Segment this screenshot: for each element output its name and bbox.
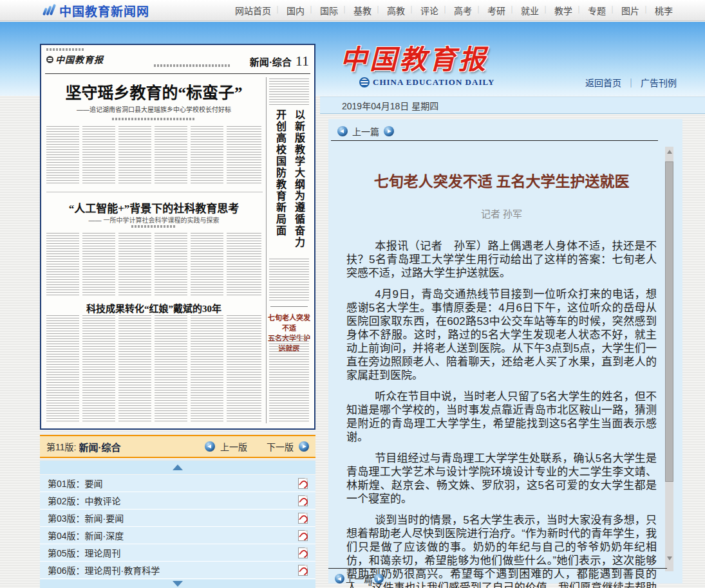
- prev-edition-icon[interactable]: [205, 441, 215, 452]
- paper-logo-globe-icon: [359, 77, 370, 87]
- paper-text-column: [155, 233, 187, 297]
- paper-text-column: [118, 233, 151, 297]
- article-paragraph: 谈到当时的情景，5名大学生表示，当时大家没有多想，只想着帮助老人尽快到医院进行治…: [346, 513, 657, 588]
- paper-page-number: 11: [296, 53, 309, 69]
- article-bottom-rule: [328, 568, 667, 569]
- article-prev-nav-top[interactable]: 上一篇: [337, 125, 394, 138]
- page-list-scroll-down[interactable]: [40, 580, 315, 588]
- page-list-item-06[interactable]: 第06版：理论周刊·教育科学: [40, 562, 315, 579]
- article-top-rule: [331, 140, 658, 141]
- paper-section-label: 新闻·综合 11: [250, 53, 309, 69]
- paper-headline-1: 坚守瑶乡教育的“标蛮子”: [45, 80, 263, 103]
- paper-text-column: [191, 233, 223, 297]
- prev-article-icon[interactable]: [335, 574, 344, 583]
- paper-text-column: [118, 315, 151, 423]
- paper-text-column: [118, 126, 151, 185]
- prev-edition-link[interactable]: 上一版: [220, 440, 247, 453]
- paper-byline-1: [112, 118, 196, 120]
- next-edition-icon[interactable]: [299, 441, 309, 452]
- top-nav-bar: 中国教育新闻网 网站首页 国内 国际 基教 高教 评论 高考 考研 就业 教学 …: [0, 0, 705, 21]
- paper-text-column: [191, 126, 223, 185]
- date-bar: 2019年04月18日 星期四: [320, 96, 705, 114]
- paper-text-column: [191, 315, 223, 423]
- paper-logo-english: CHINA EDUCATION DAILY: [359, 77, 494, 87]
- paper-headline-3: 科技成果转化“红娘”戴斌的30年: [45, 301, 263, 315]
- article-paragraph: 4月9日，青岛交通热线节目接到一位听众打来的电话，想感谢5名大学生。事情原委是：…: [346, 288, 657, 382]
- paper-text-column: [227, 233, 261, 297]
- page-list: 第01版：要闻 第02版：中教评论 第03版：新闻·要闻 第04版：新闻·深度 …: [40, 475, 315, 580]
- article-paragraph: 节目组经过与青岛理工大学学生处联系，确认5名大学生是青岛理工大学艺术与设计学院环…: [346, 452, 657, 506]
- next-edition-link[interactable]: 下一版: [267, 440, 294, 453]
- page-list-item-05[interactable]: 第05版：理论周刊: [40, 544, 315, 562]
- paper-column-divider: [266, 77, 267, 423]
- paper-text-column: [82, 233, 115, 297]
- site-logo-icon: [42, 4, 55, 17]
- article-paragraph: 听众在节目中说，当时老人只留了5名大学生的姓名，但不知道是哪个学校的，当时事发点…: [346, 390, 657, 444]
- next-article-icon[interactable]: [384, 126, 394, 136]
- paper-mini-logo-icon: [46, 56, 53, 63]
- pdf-icon[interactable]: [298, 478, 308, 489]
- article-paragraph: 本报讯（记者 孙军）路上偶遇老人身体不适，扶还是不扶？5名青岛理工大学学生用行动…: [346, 239, 657, 280]
- site-logo-text: 中国教育新闻网: [59, 2, 149, 19]
- paper-editor-line: [154, 64, 230, 67]
- paper-text-column: [269, 336, 309, 423]
- masthead-links: 返回首页 ｜ 广告刊例: [585, 76, 677, 89]
- page-list-item-04[interactable]: 第04版：新闻·深度: [40, 527, 315, 544]
- pdf-icon[interactable]: [298, 547, 308, 558]
- scrollbar-down-arrow-icon[interactable]: [667, 556, 672, 560]
- pdf-icon[interactable]: [298, 495, 308, 506]
- paper-byline-2: [131, 225, 176, 228]
- nav-link-taoli[interactable]: 桃李: [647, 4, 681, 17]
- paper-headline-2-sub: —— 一所中学计算社会科学课程的实践与探索: [45, 215, 263, 225]
- prev-article-icon[interactable]: [337, 126, 348, 136]
- newspaper-thumbnail[interactable]: 中国教育报 新闻·综合 11 坚守瑶乡教育的“标蛮子” ——追记湖南省洞口县大屋…: [40, 44, 315, 430]
- page-list-item-02[interactable]: 第02版：中教评论: [40, 492, 315, 510]
- paper-text-column: [227, 126, 261, 185]
- link-separator: ｜: [626, 76, 635, 89]
- ad-rates-link[interactable]: 广告刊例: [641, 76, 677, 89]
- next-article-icon[interactable]: [374, 574, 384, 583]
- paper-text-column: [155, 126, 187, 185]
- paper-mini-logo: 中国教育报: [46, 53, 104, 66]
- paper-text-column: [269, 259, 309, 301]
- paper-logo: 中国教育报: [340, 37, 488, 77]
- page-list-item-03[interactable]: 第03版：新闻·要闻: [40, 510, 315, 527]
- paper-section-rule: [46, 192, 263, 192]
- article-prev-nav-bottom[interactable]: 上一篇: [335, 572, 384, 585]
- paper-text-column: [269, 78, 309, 107]
- page-list-scroll-up[interactable]: [40, 461, 315, 474]
- scrollbar-up-arrow-icon[interactable]: [667, 150, 672, 154]
- date-text: 2019年04月18日 星期四: [342, 99, 438, 112]
- edition-bar: 第11版: 新闻·综合 上一版 下一版: [40, 435, 315, 458]
- paper-text-column: [46, 126, 79, 185]
- pdf-icon[interactable]: [298, 513, 308, 524]
- paper-text-column: [155, 315, 187, 423]
- up-triangle-icon: [173, 464, 183, 470]
- paper-headline-1-sub: ——追记湖南省洞口县大屋瑶族乡中心学校校长付好标: [45, 104, 263, 114]
- page-list-item-01[interactable]: 第01版：要闻: [40, 475, 315, 492]
- article-scrollbar-thumb[interactable]: [665, 161, 673, 482]
- paper-text-column: [82, 315, 115, 423]
- edition-name: 新闻·综合: [79, 440, 120, 454]
- paper-vertical-headline: 以新版教学大纲为遵循奋力开创高校国防教育新局面: [270, 109, 308, 253]
- prev-article-link[interactable]: 上一篇: [352, 125, 379, 138]
- nav-link-home[interactable]: 网站首页: [227, 4, 279, 17]
- article-panel: 上一篇 七旬老人突发不适 五名大学生护送就医 记者 孙军 本报讯（记者 孙军）路…: [328, 119, 682, 583]
- article-byline: 记者 孙军: [346, 207, 657, 220]
- pdf-icon[interactable]: [298, 530, 308, 541]
- back-home-link[interactable]: 返回首页: [585, 76, 621, 89]
- article-title: 七旬老人突发不适 五名大学生护送就医: [346, 169, 657, 191]
- paper-text-column: [227, 315, 261, 423]
- top-nav-links: 网站首页 国内 国际 基教 高教 评论 高考 考研 就业 教学 专题 图片 桃李: [227, 4, 681, 17]
- site-logo[interactable]: 中国教育新闻网: [42, 2, 149, 19]
- pdf-icon[interactable]: [298, 565, 308, 576]
- down-triangle-icon: [173, 581, 183, 587]
- paper-masthead-rule: [45, 73, 310, 74]
- paper-tiny-dateline: [46, 48, 84, 51]
- edition-label: 第11版:: [46, 440, 76, 453]
- paper-headline-2: “人工智能+”背景下的社科教育思考: [45, 199, 263, 216]
- prev-article-link[interactable]: 上一篇: [346, 572, 373, 585]
- paper-side-rule: [270, 306, 308, 307]
- article-content: 七旬老人突发不适 五名大学生护送就医 记者 孙军 本报讯（记者 孙军）路上偶遇老…: [346, 158, 657, 588]
- paper-text-column: [46, 233, 79, 297]
